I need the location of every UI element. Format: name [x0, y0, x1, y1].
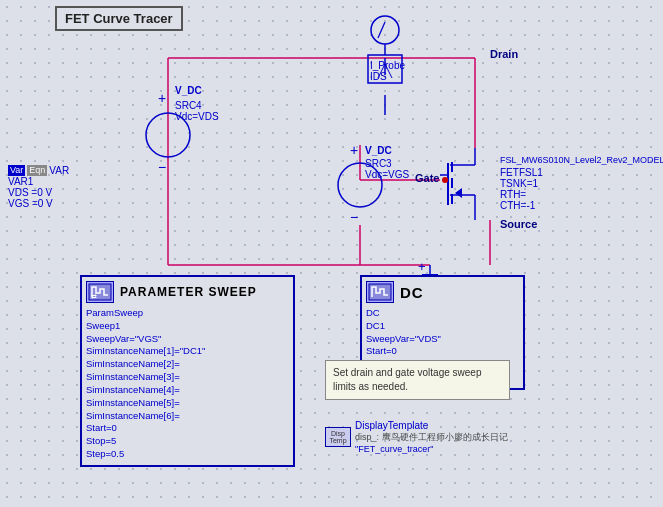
fet-tsnk: TSNK=1	[500, 178, 538, 189]
dc-sweep-var: SweepVar="VDS"	[366, 333, 519, 346]
source-label: Source	[500, 218, 537, 230]
svg-text:−: −	[158, 159, 166, 175]
svg-line-21	[378, 22, 385, 38]
ps-inst3: SimInstanceName[3]=	[86, 371, 289, 384]
svg-text:+: +	[158, 90, 166, 106]
fet-cth: CTH=-1	[500, 200, 535, 211]
ps-sweep-var: SweepVar="VGS"	[86, 333, 289, 346]
var-vgs: VGS =0 V	[8, 198, 69, 209]
src3-label: SRC3 Vdc=VGS	[365, 158, 409, 180]
svg-text:+: +	[418, 259, 426, 274]
svg-text:+: +	[350, 142, 358, 158]
disp-template-curve: "FET_curve_tracer"	[355, 444, 508, 454]
ps-inst4: SimInstanceName[4]=	[86, 384, 289, 397]
src4-label: SRC4 Vdc=VDS	[175, 100, 219, 122]
svg-point-32	[442, 177, 448, 183]
note-box: Set drain and gate voltage sweep limits …	[325, 360, 510, 400]
ps-step: Step=0.5	[86, 448, 289, 461]
disp-temp-icon: Disp Temp	[325, 427, 351, 447]
src4-vdc: V_DC	[175, 85, 202, 96]
iprobe-label: I_Probe IDS	[370, 60, 405, 82]
disp-template-label: DisplayTemplate	[355, 420, 508, 431]
gate-label: Gate	[415, 172, 439, 184]
ps-inst5: SimInstanceName[5]=	[86, 397, 289, 410]
eq-tag: Eqn	[27, 165, 47, 176]
title-text: FET Curve Tracer	[65, 11, 173, 26]
src3-vdc: V_DC	[365, 145, 392, 156]
param-sweep-icon: ⇄	[86, 281, 114, 303]
ps-inst2: SimInstanceName[2]=	[86, 358, 289, 371]
ps-inst1: SimInstanceName[1]="DC1"	[86, 345, 289, 358]
title-box: FET Curve Tracer	[55, 6, 183, 31]
svg-text:⇄: ⇄	[91, 293, 97, 300]
svg-point-20	[371, 16, 399, 44]
ps-stop: Stop=5	[86, 435, 289, 448]
param-sweep-box: ⇄ PARAMETER SWEEP ParamSweep Sweep1 Swee…	[80, 275, 295, 467]
param-sweep-title: PARAMETER SWEEP	[120, 285, 257, 299]
fet-type: FETFSL1	[500, 167, 543, 178]
var-vds: VDS =0 V	[8, 187, 69, 198]
circuit-canvas: FET Curve Tracer Var Eqn VAR VAR1 VDS =0…	[0, 0, 663, 507]
param-sweep-content: ParamSweep Sweep1 SweepVar="VGS" SimInst…	[86, 307, 289, 461]
ps-start: Start=0	[86, 422, 289, 435]
svg-text:−: −	[350, 209, 358, 225]
svg-marker-33	[455, 188, 462, 198]
dc-type: DC	[366, 307, 519, 320]
disp-template-value: disp_: 鹰鸟硬件工程师小廖的成长日记	[355, 431, 508, 444]
var-block-header: VAR	[49, 165, 69, 176]
disp-template-labels: DisplayTemplate disp_: 鹰鸟硬件工程师小廖的成长日记 "F…	[355, 420, 508, 454]
dc-name: DC1	[366, 320, 519, 333]
fet-model: FSL_MW6S010N_Level2_Rev2_MODEL	[500, 155, 663, 165]
var-block: Var Eqn VAR VAR1 VDS =0 V VGS =0 V	[8, 165, 69, 209]
drain-label: Drain	[490, 48, 518, 60]
var-name: VAR1	[8, 176, 69, 187]
dc-header: DC	[366, 281, 519, 303]
note-text: Set drain and gate voltage sweep limits …	[333, 367, 481, 392]
ps-type: ParamSweep	[86, 307, 289, 320]
ps-name: Sweep1	[86, 320, 289, 333]
ps-inst6: SimInstanceName[6]=	[86, 410, 289, 423]
param-sweep-header: ⇄ PARAMETER SWEEP	[86, 281, 289, 303]
display-template-area: Disp Temp DisplayTemplate disp_: 鹰鸟硬件工程师…	[325, 420, 508, 454]
fet-rth: RTH=	[500, 189, 526, 200]
dc-icon	[366, 281, 394, 303]
dc-start: Start=0	[366, 345, 519, 358]
dc-title: DC	[400, 284, 424, 301]
var-tag: Var	[8, 165, 25, 176]
